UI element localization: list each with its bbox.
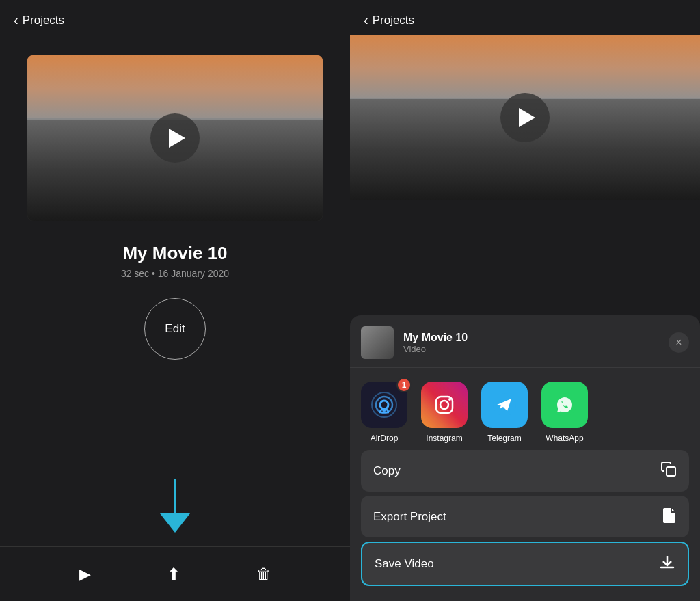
share-app-whatsapp[interactable]: WhatsApp — [541, 382, 588, 443]
airdrop-label: AirDrop — [371, 433, 399, 443]
left-back-label: Projects — [23, 14, 64, 27]
arrow-line — [174, 479, 177, 513]
copy-label: Copy — [373, 464, 401, 478]
right-back-label: Projects — [373, 14, 414, 27]
whatsapp-icon — [541, 382, 588, 428]
left-panel: ‹ Projects My Movie 10 32 sec • 16 Janua… — [0, 0, 350, 601]
right-sky-layer — [350, 35, 700, 101]
share-sheet: My Movie 10 Video × — [350, 315, 700, 601]
share-app-airdrop[interactable]: 1 AirDrop — [361, 382, 407, 443]
export-project-icon — [662, 507, 677, 526]
blue-arrow-icon — [160, 479, 190, 533]
share-actions: Copy Export Project Save — [350, 450, 700, 587]
export-project-label: Export Project — [373, 510, 446, 524]
whatsapp-svg — [552, 392, 578, 418]
save-video-action[interactable]: Save Video — [361, 542, 689, 586]
right-play-icon — [519, 108, 535, 127]
svg-point-8 — [440, 401, 448, 409]
movie-title: My Movie 10 — [122, 243, 227, 264]
edit-label: Edit — [165, 322, 185, 336]
close-icon: × — [675, 336, 682, 349]
share-toolbar-icon[interactable]: ⬆ — [167, 565, 180, 584]
play-icon — [169, 129, 185, 148]
share-thumb — [361, 326, 394, 359]
right-back-button[interactable]: ‹ Projects — [364, 12, 414, 28]
left-back-chevron-icon: ‹ — [14, 12, 18, 28]
svg-point-3 — [382, 408, 386, 412]
right-play-button[interactable] — [500, 93, 550, 142]
sky-layer — [27, 55, 323, 122]
edit-button[interactable]: Edit — [144, 298, 206, 360]
save-svg — [659, 554, 675, 570]
arrow-indicator — [160, 479, 190, 533]
left-play-button[interactable] — [150, 113, 200, 163]
share-info: My Movie 10 Video — [403, 332, 659, 354]
copy-action[interactable]: Copy — [361, 450, 689, 492]
share-app-telegram[interactable]: Telegram — [481, 382, 528, 443]
share-app-instagram[interactable]: Instagram — [421, 382, 468, 443]
telegram-svg — [492, 392, 517, 418]
instagram-svg — [432, 392, 457, 417]
share-title: My Movie 10 — [403, 332, 659, 344]
left-back-button[interactable]: ‹ Projects — [14, 12, 64, 28]
play-toolbar-icon[interactable]: ▶ — [79, 565, 91, 583]
delete-toolbar-icon[interactable]: 🗑 — [256, 565, 271, 583]
export-project-action[interactable]: Export Project — [361, 496, 689, 537]
share-subtitle: Video — [403, 344, 659, 354]
save-video-label: Save Video — [375, 557, 434, 571]
right-panel: ‹ Projects My Movie 10 Video × — [350, 0, 700, 601]
bottom-toolbar: ▶ ⬆ 🗑 — [0, 546, 350, 601]
svg-rect-12 — [667, 467, 675, 476]
share-header: My Movie 10 Video × — [350, 315, 700, 368]
whatsapp-label: WhatsApp — [546, 433, 583, 443]
export-svg — [662, 507, 677, 523]
airdrop-svg — [370, 390, 399, 419]
share-close-button[interactable]: × — [669, 332, 689, 353]
instagram-icon — [421, 382, 468, 428]
svg-point-9 — [448, 398, 451, 401]
right-nav-bar: ‹ Projects — [350, 0, 700, 35]
instagram-label: Instagram — [426, 433, 462, 443]
share-apps-row: 1 AirDrop Instagram — [350, 368, 700, 450]
copy-svg — [660, 461, 677, 477]
arrow-head — [160, 513, 190, 533]
copy-icon — [660, 461, 677, 481]
airdrop-badge: 1 — [396, 377, 412, 392]
airdrop-icon-wrapper: 1 — [361, 382, 407, 428]
left-video-thumbnail[interactable] — [27, 55, 323, 221]
telegram-label: Telegram — [487, 433, 521, 443]
right-video-thumbnail[interactable] — [350, 35, 700, 200]
right-back-chevron-icon: ‹ — [364, 12, 368, 28]
save-video-icon — [659, 554, 675, 574]
movie-meta: 32 sec • 16 January 2020 — [121, 268, 229, 279]
left-nav-bar: ‹ Projects — [0, 0, 350, 35]
telegram-icon — [481, 382, 528, 428]
